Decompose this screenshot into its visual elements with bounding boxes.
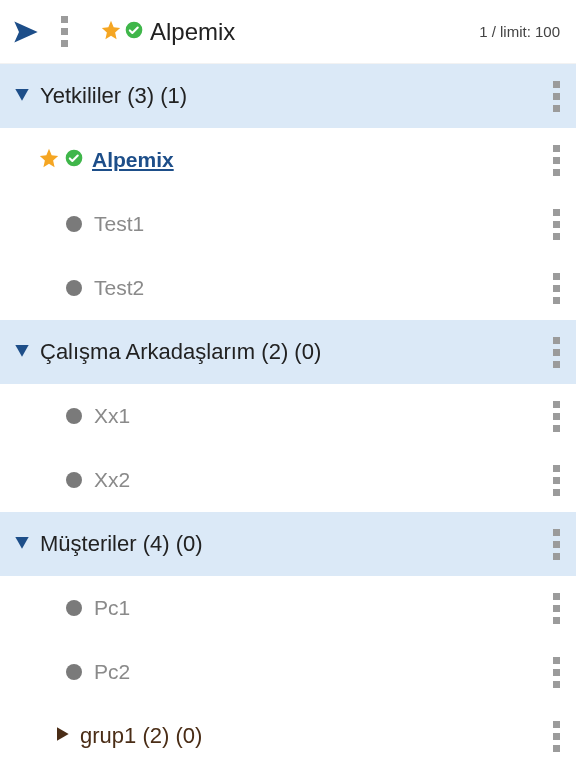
offline-status-icon <box>66 408 82 424</box>
contact-label: Xx1 <box>94 404 553 428</box>
kebab-menu-icon[interactable] <box>553 209 560 240</box>
kebab-menu-icon[interactable] <box>553 465 560 496</box>
contact-label: Pc2 <box>94 660 553 684</box>
offline-status-icon <box>66 664 82 680</box>
group-title: Müşteriler (4) (0) <box>40 531 553 557</box>
offline-status-icon <box>66 216 82 232</box>
menu-dots-icon[interactable] <box>48 16 80 47</box>
contact-item[interactable]: Xx1 <box>0 384 576 448</box>
offline-status-icon <box>66 600 82 616</box>
group-header-yetkililer[interactable]: Yetkililer (3) (1) <box>0 64 576 128</box>
kebab-menu-icon[interactable] <box>553 273 560 304</box>
star-icon <box>100 19 122 45</box>
contact-item[interactable]: Pc1 <box>0 576 576 640</box>
subgroup-header[interactable]: grup1 (2) (0) <box>0 704 576 768</box>
kebab-menu-icon[interactable] <box>553 593 560 624</box>
contact-item[interactable]: Test1 <box>0 192 576 256</box>
contact-label: Alpemix <box>92 148 553 172</box>
star-icon <box>38 147 60 173</box>
contact-label: Test1 <box>94 212 553 236</box>
offline-status-icon <box>66 472 82 488</box>
kebab-menu-icon[interactable] <box>553 145 560 176</box>
group-title: Yetkililer (3) (1) <box>40 83 553 109</box>
kebab-menu-icon[interactable] <box>553 81 560 112</box>
contact-item[interactable]: Xx2 <box>0 448 576 512</box>
header-title: Alpemix <box>150 18 235 46</box>
header-status-icons <box>100 19 144 45</box>
kebab-menu-icon[interactable] <box>553 657 560 688</box>
chevron-down-icon <box>12 84 32 108</box>
contact-item-alpemix[interactable]: Alpemix <box>0 128 576 192</box>
kebab-menu-icon[interactable] <box>553 721 560 752</box>
send-icon[interactable] <box>12 18 40 46</box>
contact-label: Test2 <box>94 276 553 300</box>
chevron-down-icon <box>12 340 32 364</box>
subgroup-title: grup1 (2) (0) <box>80 723 553 749</box>
kebab-menu-icon[interactable] <box>553 529 560 560</box>
group-header-calisma[interactable]: Çalışma Arkadaşlarım (2) (0) <box>0 320 576 384</box>
chevron-down-icon <box>12 532 32 556</box>
header-count: 1 / limit: 100 <box>479 23 560 40</box>
online-check-icon <box>124 20 144 44</box>
contact-item[interactable]: Pc2 <box>0 640 576 704</box>
offline-status-icon <box>66 280 82 296</box>
contact-label: Xx2 <box>94 468 553 492</box>
chevron-right-icon <box>52 724 72 748</box>
group-header-musteriler[interactable]: Müşteriler (4) (0) <box>0 512 576 576</box>
contact-label: Pc1 <box>94 596 553 620</box>
kebab-menu-icon[interactable] <box>553 401 560 432</box>
contact-item[interactable]: Test2 <box>0 256 576 320</box>
online-check-icon <box>64 148 84 172</box>
header-bar: Alpemix 1 / limit: 100 <box>0 0 576 64</box>
group-title: Çalışma Arkadaşlarım (2) (0) <box>40 339 553 365</box>
kebab-menu-icon[interactable] <box>553 337 560 368</box>
